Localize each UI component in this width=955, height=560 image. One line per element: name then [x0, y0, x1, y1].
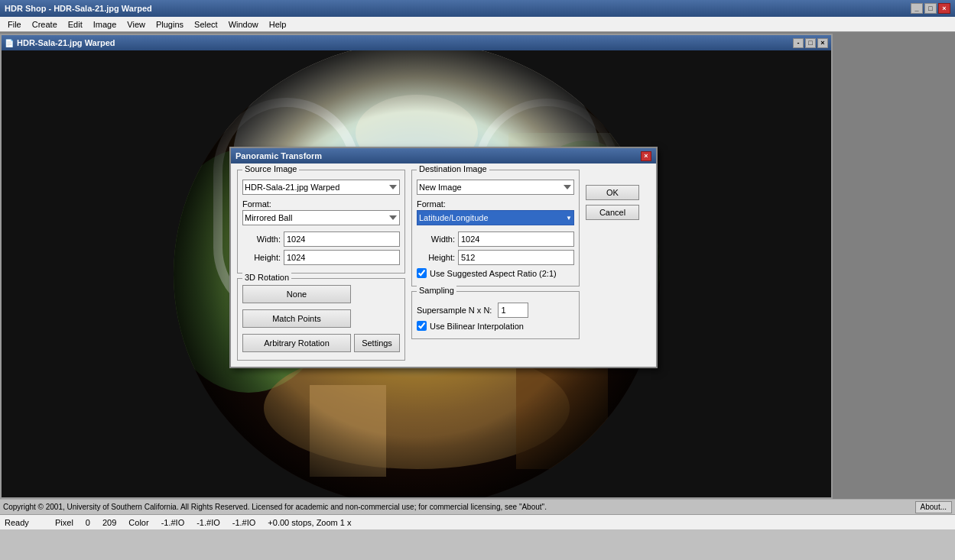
menu-file[interactable]: File [3, 18, 26, 31]
menu-help[interactable]: Help [265, 18, 291, 31]
source-image-select-wrapper: HDR-Sala-21.jpg Warped [242, 180, 400, 195]
status-x: 0 [86, 518, 90, 527]
menu-bar: File Create Edit Image View Plugins Sele… [0, 17, 955, 32]
settings-button[interactable]: Settings [354, 334, 400, 352]
destination-image-label: Destination Image [417, 164, 489, 173]
maximize-btn[interactable]: □ [924, 3, 937, 14]
dest-format-select-wrapper: Latitude/Longitude ▼ [417, 210, 574, 225]
panoramic-transform-dialog: Panoramic Transform × Source Image HDR-S… [229, 147, 658, 368]
bilinear-checkbox[interactable] [417, 321, 427, 331]
menu-edit[interactable]: Edit [63, 18, 87, 31]
status-stops: +0.00 stops, Zoom 1 x [268, 518, 351, 527]
match-points-button[interactable]: Match Points [242, 309, 351, 328]
copyright-bar: Copyright © 2001, University of Southern… [0, 499, 955, 514]
bilinear-label: Use Bilinear Interpolation [430, 322, 524, 331]
menu-view[interactable]: View [122, 18, 150, 31]
inner-minimize-btn[interactable]: - [793, 38, 804, 48]
none-button[interactable]: None [242, 285, 351, 303]
status-ready: Ready [5, 518, 43, 527]
inner-close-btn[interactable]: × [817, 38, 828, 48]
menu-select[interactable]: Select [190, 18, 223, 31]
supersample-input[interactable] [498, 303, 528, 318]
source-image-group: Source Image HDR-Sala-21.jpg Warped Form… [237, 170, 405, 274]
status-color-label: Color [128, 518, 148, 527]
menu-plugins[interactable]: Plugins [151, 18, 188, 31]
title-bar-buttons: _ □ × [911, 3, 950, 14]
menu-create[interactable]: Create [28, 18, 62, 31]
close-btn[interactable]: × [938, 3, 950, 14]
app-title: HDR Shop - HDR-Sala-21.jpg Warped [5, 4, 152, 13]
supersample-label: Supersample N x N: [417, 306, 492, 315]
status-pixel-label: Pixel [55, 518, 73, 527]
arbitrary-rotation-button[interactable]: Arbitrary Rotation [242, 334, 351, 352]
destination-image-group: Destination Image New Image Format: [411, 170, 580, 286]
action-panel: OK Cancel [586, 170, 639, 361]
dest-format-label: Format: [417, 199, 446, 209]
sampling-label: Sampling [417, 286, 456, 295]
source-format-select-wrapper: Mirrored Ball [242, 210, 400, 225]
source-image-label: Source Image [242, 164, 299, 173]
dialog-close-button[interactable]: × [641, 151, 651, 161]
menu-window[interactable]: Window [224, 18, 263, 31]
source-format-label: Format: [242, 199, 271, 209]
dest-height-input[interactable] [458, 250, 574, 265]
inner-title-bar: 📄 HDR-Sala-21.jpg Warped - □ × [2, 35, 831, 50]
source-image-select[interactable]: HDR-Sala-21.jpg Warped [242, 180, 400, 195]
destination-image-select[interactable]: New Image [417, 180, 574, 195]
status-c2: -1.#IO [197, 518, 220, 527]
copyright-text: Copyright © 2001, University of Southern… [3, 503, 909, 511]
dest-height-label: Height: [417, 253, 455, 262]
inner-window-title: HDR-Sala-21.jpg Warped [17, 38, 115, 47]
about-button[interactable]: About... [915, 501, 952, 513]
dialog-title-text: Panoramic Transform [236, 151, 322, 160]
sampling-group: Sampling Supersample N x N: Use Bilinear… [411, 291, 580, 339]
status-y: 209 [102, 518, 116, 527]
source-height-label: Height: [242, 253, 281, 262]
cancel-button[interactable]: Cancel [586, 205, 639, 220]
status-bar: Ready Pixel 0 209 Color -1.#IO -1.#IO -1… [0, 514, 955, 529]
app-title-bar: HDR Shop - HDR-Sala-21.jpg Warped _ □ × [0, 0, 955, 17]
aspect-ratio-label: Use Suggested Aspect Ratio (2:1) [430, 269, 557, 278]
destination-image-select-wrapper: New Image [417, 180, 574, 195]
minimize-btn[interactable]: _ [911, 3, 923, 14]
source-format-select[interactable]: Mirrored Ball [242, 210, 400, 225]
rotation-3d-label: 3D Rotation [242, 273, 291, 282]
menu-image[interactable]: Image [89, 18, 122, 31]
source-width-input[interactable] [284, 231, 400, 247]
dest-width-input[interactable] [458, 231, 574, 247]
ok-button[interactable]: OK [586, 185, 639, 200]
dest-format-select[interactable]: Latitude/Longitude [417, 210, 574, 225]
dialog-title-bar: Panoramic Transform × [231, 148, 656, 163]
status-c3: -1.#IO [232, 518, 256, 527]
rotation-3d-group: 3D Rotation None Match Points Arbitrary … [237, 278, 405, 361]
inner-maximize-btn[interactable]: □ [805, 38, 816, 48]
source-height-input[interactable] [284, 250, 400, 265]
inner-title-buttons: - □ × [793, 38, 828, 48]
status-c1: -1.#IO [161, 518, 185, 527]
dest-width-label: Width: [417, 235, 455, 244]
source-width-label: Width: [242, 235, 281, 244]
aspect-ratio-checkbox[interactable] [417, 268, 427, 278]
